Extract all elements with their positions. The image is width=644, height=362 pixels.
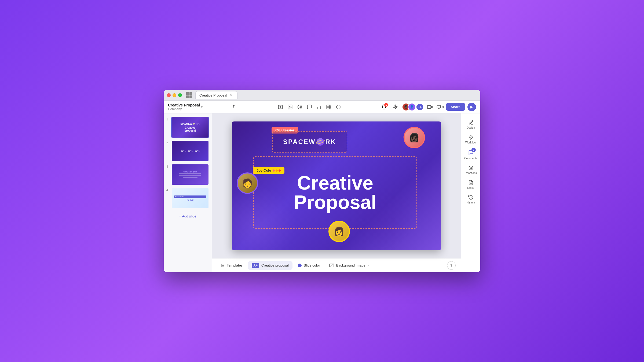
slide-thumb-1[interactable]: 1 SPACEW🪐RK Creativeproposal bbox=[166, 117, 209, 138]
slide-preview-3: Campaign plan bbox=[171, 164, 209, 185]
video-button[interactable] bbox=[425, 102, 434, 112]
slide3-bar3 bbox=[183, 177, 197, 178]
collaborator-count: +4 bbox=[416, 104, 423, 110]
slides-panel: 1 SPACEW🪐RK Creativeproposal 2 97% 33% 6… bbox=[164, 113, 212, 272]
avatar-joy-canvas: 🧑 bbox=[237, 172, 258, 194]
main-content: 1 SPACEW🪐RK Creativeproposal 2 97% 33% 6… bbox=[164, 113, 480, 272]
notes-icon bbox=[468, 180, 474, 185]
reactions-label: Reactions bbox=[465, 172, 477, 175]
slide-color-label: Slide color bbox=[304, 263, 320, 267]
table-button[interactable] bbox=[324, 102, 333, 112]
chevron-down-icon[interactable]: ▾ bbox=[201, 105, 203, 109]
active-tab[interactable]: Creative Proposal ✕ bbox=[195, 91, 237, 99]
app-window: Creative Proposal ✕ Creative Proposal Co… bbox=[164, 90, 480, 272]
avatar-bottom-canvas: 👩 bbox=[328, 221, 350, 242]
help-button[interactable]: ? bbox=[447, 261, 456, 270]
emoji-button[interactable] bbox=[295, 102, 304, 112]
tab-close-button[interactable]: ✕ bbox=[229, 93, 233, 97]
theme-icon: A+ bbox=[252, 263, 259, 268]
spacework-text: SPACEW RK bbox=[283, 138, 336, 146]
insert-image-button[interactable] bbox=[286, 102, 295, 112]
svg-rect-17 bbox=[437, 105, 440, 108]
right-panel-comments[interactable]: 2 Comments bbox=[463, 147, 479, 162]
play-button[interactable]: ▶ bbox=[467, 103, 476, 111]
comment-icon bbox=[307, 104, 312, 110]
embed-icon bbox=[336, 104, 341, 110]
insert-text-icon bbox=[278, 104, 283, 110]
slide-preview-inner-3: Campaign plan bbox=[172, 164, 208, 185]
maximize-button[interactable] bbox=[178, 93, 182, 97]
slide-number-4: 4 bbox=[166, 187, 170, 192]
video-icon bbox=[427, 104, 433, 110]
slide2-stat1: 97% bbox=[181, 150, 185, 152]
emoji-icon bbox=[297, 104, 302, 110]
collaborators-group: 👩🏿 👤 +4 bbox=[402, 103, 423, 111]
creative-line1: Creative bbox=[297, 172, 373, 194]
background-image-button[interactable]: Background Image › bbox=[325, 261, 373, 269]
grid-icon[interactable] bbox=[186, 92, 192, 98]
slide-thumb-2[interactable]: 2 97% 33% 67% bbox=[166, 140, 209, 162]
svg-point-5 bbox=[298, 105, 302, 109]
right-panel-reactions[interactable]: Reactions bbox=[463, 163, 479, 177]
insert-text-button[interactable] bbox=[276, 102, 285, 112]
slide3-bar2 bbox=[179, 175, 201, 176]
spacework-logo-box[interactable]: SPACEW RK bbox=[272, 131, 347, 153]
toolbar-center bbox=[240, 102, 378, 112]
slide3-bar1 bbox=[179, 173, 201, 174]
close-button[interactable] bbox=[167, 93, 171, 97]
insert-image-icon bbox=[287, 104, 293, 110]
embed-button[interactable] bbox=[334, 102, 343, 112]
table-icon bbox=[326, 104, 331, 110]
share-button[interactable]: Share bbox=[446, 103, 465, 111]
canvas-area: Cici Frasier SPACEW RK ↖ bbox=[212, 113, 461, 272]
slide-thumb-3[interactable]: 3 Campaign plan bbox=[166, 164, 209, 185]
slide-preview-2: 97% 33% 67% bbox=[171, 140, 209, 162]
slide-preview-inner-2: 97% 33% 67% bbox=[172, 141, 208, 161]
right-panel-history[interactable]: History bbox=[463, 193, 479, 206]
workflow-label: Workflow bbox=[465, 141, 476, 144]
chart-button[interactable] bbox=[314, 102, 324, 112]
right-panel-design[interactable]: Design bbox=[463, 118, 479, 131]
slides-icon bbox=[437, 105, 441, 109]
svg-marker-20 bbox=[469, 135, 473, 140]
slide-number-1: 1 bbox=[166, 117, 170, 121]
slide2-stat3: 67% bbox=[195, 150, 200, 152]
slide-thumb-4[interactable]: 4 Case study 2K 14K bbox=[166, 187, 209, 209]
slides-number: 8 bbox=[442, 105, 444, 109]
undo-button[interactable] bbox=[230, 102, 239, 112]
theme-button[interactable]: A+ Creative proposal bbox=[248, 261, 292, 270]
collaborator-avatar-2: 👤 bbox=[408, 103, 416, 111]
notification-button[interactable]: 1 bbox=[379, 102, 389, 112]
right-panel-workflow[interactable]: Workflow bbox=[463, 132, 479, 146]
spacework-prefix: SPACEW bbox=[283, 138, 316, 146]
slide-color-button[interactable]: Slide color bbox=[294, 261, 324, 269]
lightning-button[interactable] bbox=[391, 102, 400, 112]
templates-button[interactable]: ⊞ Templates bbox=[217, 261, 246, 270]
slide1-text: Creativeproposal bbox=[184, 126, 196, 132]
svg-rect-16 bbox=[427, 105, 431, 109]
slide4-label: Case study bbox=[174, 195, 206, 198]
avatar-cici-face: 👩🏿 bbox=[405, 128, 424, 147]
templates-label: Templates bbox=[227, 263, 243, 267]
svg-rect-9 bbox=[327, 105, 331, 109]
lightning-icon bbox=[393, 104, 398, 110]
slide-main[interactable]: Cici Frasier SPACEW RK ↖ bbox=[232, 121, 441, 250]
history-icon bbox=[468, 195, 474, 200]
slide2-stat2: 33% bbox=[188, 150, 192, 152]
add-slide-button[interactable]: + Add slide bbox=[166, 212, 209, 220]
svg-point-21 bbox=[469, 166, 473, 170]
spacework-suffix: RK bbox=[325, 138, 336, 146]
design-label: Design bbox=[467, 126, 475, 129]
slide-color-dot bbox=[298, 264, 302, 267]
slide-number-3: 3 bbox=[166, 164, 170, 168]
comments-label: Comments bbox=[464, 157, 477, 160]
right-panel-notes[interactable]: Notes bbox=[463, 178, 479, 191]
slide-preview-inner-1: SPACEW🪐RK Creativeproposal bbox=[172, 117, 208, 138]
notification-badge: 1 bbox=[384, 103, 388, 107]
comment-button[interactable] bbox=[305, 102, 314, 112]
tab-title: Creative Proposal bbox=[199, 93, 227, 97]
creative-proposal-title: Creative Proposal bbox=[294, 173, 376, 212]
creative-proposal-box[interactable]: Creative Proposal bbox=[253, 156, 417, 229]
minimize-button[interactable] bbox=[173, 93, 176, 97]
chart-icon bbox=[316, 104, 322, 110]
